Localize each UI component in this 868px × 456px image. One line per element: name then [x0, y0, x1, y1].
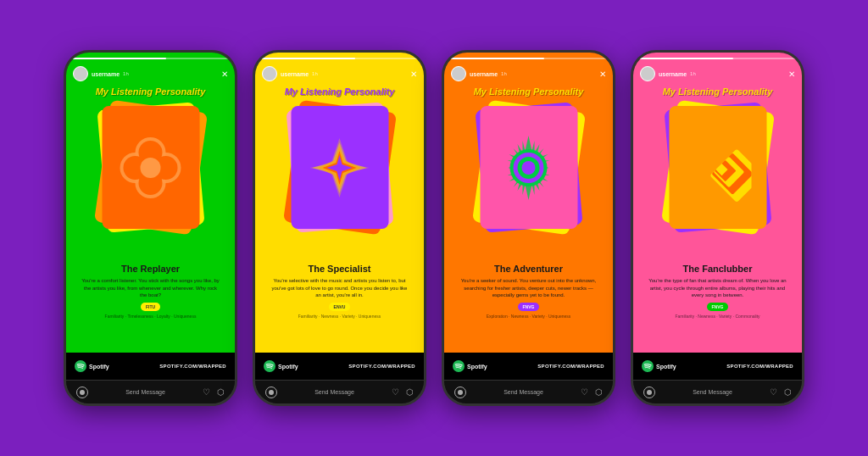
- camera-icon-2[interactable]: [265, 386, 277, 398]
- bottom-icons-1: ♡ ⬡: [203, 387, 225, 397]
- bottom-icons-2: ♡ ⬡: [392, 387, 414, 397]
- personality-badge-3: FNVG: [518, 303, 540, 311]
- story-header-4: username 1h ✕: [633, 59, 802, 85]
- phones-container: username 1h ✕ My Listening Personality: [47, 33, 821, 423]
- camera-icon-3[interactable]: [454, 386, 466, 398]
- bottom-icons-3: ♡ ⬡: [581, 387, 603, 397]
- bottom-bar-1: Send Message ♡ ⬡: [66, 380, 235, 403]
- phone-2-card-content: username 1h ✕ My Listening Personality: [255, 53, 424, 353]
- spotify-logo-4: [642, 360, 654, 372]
- personality-badge-2: ENVU: [329, 303, 351, 311]
- share-icon-2[interactable]: ⬡: [406, 387, 414, 397]
- close-button-3[interactable]: ✕: [599, 70, 606, 79]
- camera-icon-4[interactable]: [643, 386, 655, 398]
- heart-icon-3[interactable]: ♡: [581, 387, 588, 397]
- bottom-bar-4: Send Message ♡ ⬡: [633, 380, 802, 403]
- personality-name-2: The Specialist: [309, 264, 371, 274]
- close-button-4[interactable]: ✕: [788, 70, 795, 79]
- personality-desc-1: You're a comfort listener. You stick wit…: [80, 277, 221, 298]
- close-button-1[interactable]: ✕: [221, 70, 228, 79]
- card-stack-3: [470, 102, 588, 233]
- spotify-brand-3: Spotify: [453, 360, 487, 372]
- phone-1-card-content: username 1h ✕ My Listening Personality: [66, 53, 235, 353]
- story-time-3: 1h: [501, 71, 507, 76]
- card-title-2: My Listening Personality: [285, 86, 395, 97]
- close-button-2[interactable]: ✕: [410, 70, 417, 79]
- spotify-footer-3: Spotify SPOTIFY.COM/WRAPPED: [444, 353, 613, 380]
- bottom-bar-2: Send Message ♡ ⬡: [255, 380, 424, 403]
- avatar-4: [640, 66, 655, 81]
- send-message-1[interactable]: Send Message: [125, 389, 165, 395]
- story-header-2: username 1h ✕: [255, 59, 424, 85]
- personality-tags-4: Familiarity · Newness · Variety · Common…: [675, 314, 760, 319]
- clover-icon: [117, 134, 185, 202]
- personality-tags-2: Familiarity · Newness · Variety · Unique…: [298, 314, 381, 319]
- card-title-3: My Listening Personality: [474, 86, 584, 97]
- personality-tags-3: Exploration · Newness · Variety · Unique…: [487, 314, 571, 319]
- personality-info-3: The Adventurer You're a seeker of sound.…: [454, 233, 603, 344]
- spotify-name-3: Spotify: [467, 364, 487, 370]
- story-user-2: username 1h: [262, 66, 318, 81]
- bottom-bar-3: Send Message ♡ ⬡: [444, 380, 613, 403]
- phone-4-card-content: username 1h ✕ My Listening Personality: [633, 53, 802, 353]
- spotify-logo-2: [264, 360, 275, 372]
- spotify-url-4: SPOTIFY.COM/WRAPPED: [726, 364, 793, 369]
- spotify-url-3: SPOTIFY.COM/WRAPPED: [537, 364, 604, 369]
- phone-4-screen: username 1h ✕ My Listening Personality: [633, 53, 802, 403]
- card-stack-4: [659, 102, 777, 233]
- spotify-brand-4: Spotify: [642, 360, 676, 372]
- phone-1-screen: username 1h ✕ My Listening Personality: [66, 53, 235, 403]
- star4-icon: [306, 134, 374, 202]
- spotify-footer-4: Spotify SPOTIFY.COM/WRAPPED: [633, 353, 802, 380]
- sunburst-icon: [495, 134, 563, 202]
- spotify-name-1: Spotify: [89, 364, 109, 370]
- personality-badge-4: FNVG: [707, 303, 729, 311]
- phone-3-screen: username 1h ✕ My Listening Personality: [444, 53, 613, 403]
- spotify-brand-2: Spotify: [264, 360, 298, 372]
- camera-icon-1[interactable]: [76, 386, 88, 398]
- story-time-1: 1h: [123, 71, 129, 76]
- story-header-3: username 1h ✕: [444, 59, 613, 85]
- card-front-2: [291, 106, 388, 229]
- spotify-footer-2: Spotify SPOTIFY.COM/WRAPPED: [255, 353, 424, 380]
- send-message-4[interactable]: Send Message: [693, 389, 732, 395]
- heart-icon-4[interactable]: ♡: [770, 387, 777, 397]
- story-time-4: 1h: [690, 71, 696, 76]
- spotify-url-2: SPOTIFY.COM/WRAPPED: [348, 364, 415, 369]
- send-message-3[interactable]: Send Message: [504, 389, 543, 395]
- personality-info-4: The Fanclubber You're the type of fan th…: [643, 233, 792, 344]
- personality-name-3: The Adventurer: [494, 264, 563, 274]
- personality-name-4: The Fanclubber: [683, 264, 753, 274]
- diamond-icon: [684, 134, 752, 202]
- spotify-footer-1: Spotify SPOTIFY.COM/WRAPPED: [66, 353, 235, 380]
- personality-desc-4: You're the type of fan that artists drea…: [647, 277, 788, 298]
- avatar-1: [73, 66, 88, 81]
- heart-icon-1[interactable]: ♡: [203, 387, 210, 397]
- phone-2: username 1h ✕ My Listening Personality: [253, 50, 426, 406]
- story-time-2: 1h: [312, 71, 318, 76]
- card-front-1: [102, 106, 199, 229]
- card-front-4: [669, 106, 766, 229]
- bottom-icons-4: ♡ ⬡: [770, 387, 792, 397]
- phone-4: username 1h ✕ My Listening Personality: [631, 50, 804, 406]
- share-icon-3[interactable]: ⬡: [595, 387, 603, 397]
- send-message-2[interactable]: Send Message: [314, 389, 354, 395]
- spotify-url-1: SPOTIFY.COM/WRAPPED: [159, 364, 226, 369]
- card-front-3: [480, 106, 577, 229]
- personality-tags-1: Familiarity · Timelessness · Loyalty · U…: [105, 314, 197, 319]
- personality-info-2: The Specialist You're selective with the…: [265, 233, 414, 344]
- personality-desc-3: You're a seeker of sound. You venture ou…: [458, 277, 599, 298]
- story-header-1: username 1h ✕: [66, 59, 235, 85]
- svg-point-21: [522, 161, 536, 175]
- story-user-4: username 1h: [640, 66, 696, 81]
- personality-name-1: The Replayer: [121, 264, 180, 274]
- avatar-2: [262, 66, 277, 81]
- card-title-1: My Listening Personality: [96, 86, 206, 97]
- svg-marker-15: [327, 155, 353, 181]
- heart-icon-2[interactable]: ♡: [392, 387, 399, 397]
- share-icon-4[interactable]: ⬡: [784, 387, 792, 397]
- personality-badge-1: FITU: [141, 303, 160, 311]
- phone-3: username 1h ✕ My Listening Personality: [442, 50, 615, 406]
- share-icon-1[interactable]: ⬡: [217, 387, 225, 397]
- spotify-name-2: Spotify: [278, 364, 298, 370]
